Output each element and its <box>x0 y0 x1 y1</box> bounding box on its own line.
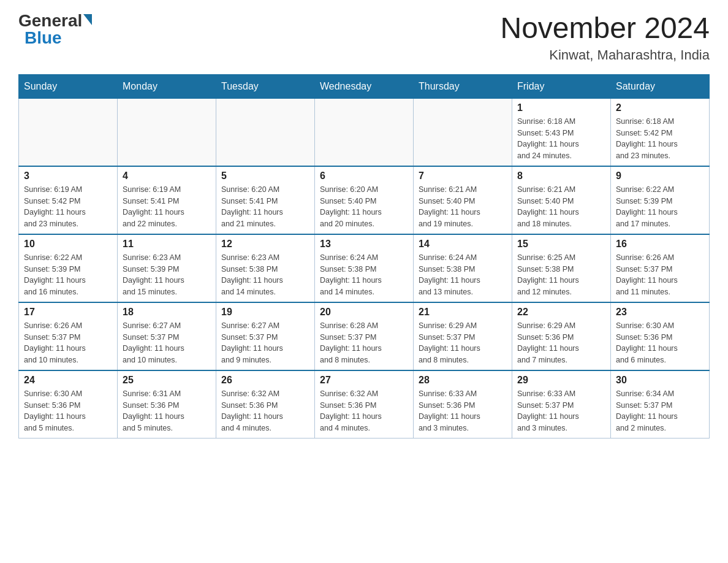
day-number: 20 <box>320 307 408 318</box>
day-info: Sunrise: 6:33 AMSunset: 5:36 PMDaylight:… <box>419 388 507 434</box>
table-row: 18Sunrise: 6:27 AMSunset: 5:37 PMDayligh… <box>118 302 216 370</box>
day-number: 21 <box>419 307 507 318</box>
calendar-week-row: 17Sunrise: 6:26 AMSunset: 5:37 PMDayligh… <box>19 302 710 370</box>
day-number: 2 <box>616 102 704 113</box>
day-info: Sunrise: 6:29 AMSunset: 5:36 PMDaylight:… <box>517 320 605 366</box>
day-info: Sunrise: 6:26 AMSunset: 5:37 PMDaylight:… <box>616 252 704 298</box>
day-info: Sunrise: 6:27 AMSunset: 5:37 PMDaylight:… <box>123 320 211 366</box>
table-row: 21Sunrise: 6:29 AMSunset: 5:37 PMDayligh… <box>414 302 512 370</box>
table-row <box>19 98 118 166</box>
day-info: Sunrise: 6:28 AMSunset: 5:37 PMDaylight:… <box>320 320 408 366</box>
page-header: General Blue November 2024 Kinwat, Mahar… <box>18 12 710 63</box>
day-number: 14 <box>419 239 507 250</box>
col-friday: Friday <box>512 74 611 98</box>
table-row: 30Sunrise: 6:34 AMSunset: 5:37 PMDayligh… <box>611 370 710 439</box>
table-row: 1Sunrise: 6:18 AMSunset: 5:43 PMDaylight… <box>512 98 611 166</box>
day-number: 9 <box>616 170 704 182</box>
table-row: 2Sunrise: 6:18 AMSunset: 5:42 PMDaylight… <box>611 98 710 166</box>
logo: General Blue <box>18 12 92 47</box>
title-block: November 2024 Kinwat, Maharashtra, India <box>500 12 710 63</box>
table-row: 14Sunrise: 6:24 AMSunset: 5:38 PMDayligh… <box>414 234 512 302</box>
day-info: Sunrise: 6:21 AMSunset: 5:40 PMDaylight:… <box>517 184 605 230</box>
day-number: 7 <box>419 170 507 182</box>
day-info: Sunrise: 6:25 AMSunset: 5:38 PMDaylight:… <box>517 252 605 298</box>
table-row: 12Sunrise: 6:23 AMSunset: 5:38 PMDayligh… <box>216 234 315 302</box>
day-info: Sunrise: 6:31 AMSunset: 5:36 PMDaylight:… <box>123 388 211 434</box>
day-info: Sunrise: 6:32 AMSunset: 5:36 PMDaylight:… <box>221 388 309 434</box>
day-number: 15 <box>517 239 605 250</box>
table-row: 25Sunrise: 6:31 AMSunset: 5:36 PMDayligh… <box>118 370 216 439</box>
table-row: 3Sunrise: 6:19 AMSunset: 5:42 PMDaylight… <box>19 166 118 234</box>
day-info: Sunrise: 6:22 AMSunset: 5:39 PMDaylight:… <box>616 184 704 230</box>
table-row: 20Sunrise: 6:28 AMSunset: 5:37 PMDayligh… <box>315 302 414 370</box>
col-thursday: Thursday <box>414 74 512 98</box>
col-monday: Monday <box>118 74 216 98</box>
table-row: 28Sunrise: 6:33 AMSunset: 5:36 PMDayligh… <box>414 370 512 439</box>
calendar-table: Sunday Monday Tuesday Wednesday Thursday… <box>18 74 710 439</box>
month-year-title: November 2024 <box>500 12 710 45</box>
table-row: 27Sunrise: 6:32 AMSunset: 5:36 PMDayligh… <box>315 370 414 439</box>
table-row: 11Sunrise: 6:23 AMSunset: 5:39 PMDayligh… <box>118 234 216 302</box>
table-row: 19Sunrise: 6:27 AMSunset: 5:37 PMDayligh… <box>216 302 315 370</box>
day-info: Sunrise: 6:24 AMSunset: 5:38 PMDaylight:… <box>419 252 507 298</box>
table-row: 26Sunrise: 6:32 AMSunset: 5:36 PMDayligh… <box>216 370 315 439</box>
day-number: 23 <box>616 307 704 318</box>
table-row: 5Sunrise: 6:20 AMSunset: 5:41 PMDaylight… <box>216 166 315 234</box>
table-row <box>315 98 414 166</box>
day-number: 30 <box>616 375 704 386</box>
day-number: 5 <box>221 170 309 182</box>
day-info: Sunrise: 6:20 AMSunset: 5:41 PMDaylight:… <box>221 184 309 230</box>
calendar-week-row: 10Sunrise: 6:22 AMSunset: 5:39 PMDayligh… <box>19 234 710 302</box>
table-row <box>118 98 216 166</box>
table-row: 8Sunrise: 6:21 AMSunset: 5:40 PMDaylight… <box>512 166 611 234</box>
table-row: 13Sunrise: 6:24 AMSunset: 5:38 PMDayligh… <box>315 234 414 302</box>
day-info: Sunrise: 6:30 AMSunset: 5:36 PMDaylight:… <box>616 320 704 366</box>
day-number: 11 <box>123 239 211 250</box>
table-row: 16Sunrise: 6:26 AMSunset: 5:37 PMDayligh… <box>611 234 710 302</box>
col-sunday: Sunday <box>19 74 118 98</box>
calendar-week-row: 1Sunrise: 6:18 AMSunset: 5:43 PMDaylight… <box>19 98 710 166</box>
day-info: Sunrise: 6:29 AMSunset: 5:37 PMDaylight:… <box>419 320 507 366</box>
day-info: Sunrise: 6:27 AMSunset: 5:37 PMDaylight:… <box>221 320 309 366</box>
day-info: Sunrise: 6:26 AMSunset: 5:37 PMDaylight:… <box>24 320 112 366</box>
day-info: Sunrise: 6:23 AMSunset: 5:39 PMDaylight:… <box>123 252 211 298</box>
day-number: 28 <box>419 375 507 386</box>
day-number: 22 <box>517 307 605 318</box>
col-wednesday: Wednesday <box>315 74 414 98</box>
table-row: 10Sunrise: 6:22 AMSunset: 5:39 PMDayligh… <box>19 234 118 302</box>
day-number: 3 <box>24 170 112 182</box>
table-row: 29Sunrise: 6:33 AMSunset: 5:37 PMDayligh… <box>512 370 611 439</box>
day-number: 13 <box>320 239 408 250</box>
table-row: 7Sunrise: 6:21 AMSunset: 5:40 PMDaylight… <box>414 166 512 234</box>
table-row: 6Sunrise: 6:20 AMSunset: 5:40 PMDaylight… <box>315 166 414 234</box>
day-info: Sunrise: 6:21 AMSunset: 5:40 PMDaylight:… <box>419 184 507 230</box>
day-info: Sunrise: 6:30 AMSunset: 5:36 PMDaylight:… <box>24 388 112 434</box>
day-number: 4 <box>123 170 211 182</box>
day-number: 25 <box>123 375 211 386</box>
col-saturday: Saturday <box>611 74 710 98</box>
table-row: 24Sunrise: 6:30 AMSunset: 5:36 PMDayligh… <box>19 370 118 439</box>
day-number: 18 <box>123 307 211 318</box>
table-row <box>216 98 315 166</box>
table-row: 17Sunrise: 6:26 AMSunset: 5:37 PMDayligh… <box>19 302 118 370</box>
day-number: 12 <box>221 239 309 250</box>
table-row: 9Sunrise: 6:22 AMSunset: 5:39 PMDaylight… <box>611 166 710 234</box>
logo-triangle-icon <box>83 14 92 25</box>
table-row: 22Sunrise: 6:29 AMSunset: 5:36 PMDayligh… <box>512 302 611 370</box>
day-info: Sunrise: 6:18 AMSunset: 5:43 PMDaylight:… <box>517 116 605 162</box>
day-info: Sunrise: 6:34 AMSunset: 5:37 PMDaylight:… <box>616 388 704 434</box>
day-number: 26 <box>221 375 309 386</box>
day-number: 1 <box>517 102 605 113</box>
day-info: Sunrise: 6:20 AMSunset: 5:40 PMDaylight:… <box>320 184 408 230</box>
day-number: 24 <box>24 375 112 386</box>
table-row <box>414 98 512 166</box>
day-number: 27 <box>320 375 408 386</box>
calendar-header-row: Sunday Monday Tuesday Wednesday Thursday… <box>19 74 710 98</box>
day-info: Sunrise: 6:33 AMSunset: 5:37 PMDaylight:… <box>517 388 605 434</box>
day-number: 8 <box>517 170 605 182</box>
logo-blue-text: Blue <box>25 29 62 47</box>
day-number: 19 <box>221 307 309 318</box>
day-info: Sunrise: 6:19 AMSunset: 5:42 PMDaylight:… <box>24 184 112 230</box>
day-number: 17 <box>24 307 112 318</box>
calendar-week-row: 3Sunrise: 6:19 AMSunset: 5:42 PMDaylight… <box>19 166 710 234</box>
